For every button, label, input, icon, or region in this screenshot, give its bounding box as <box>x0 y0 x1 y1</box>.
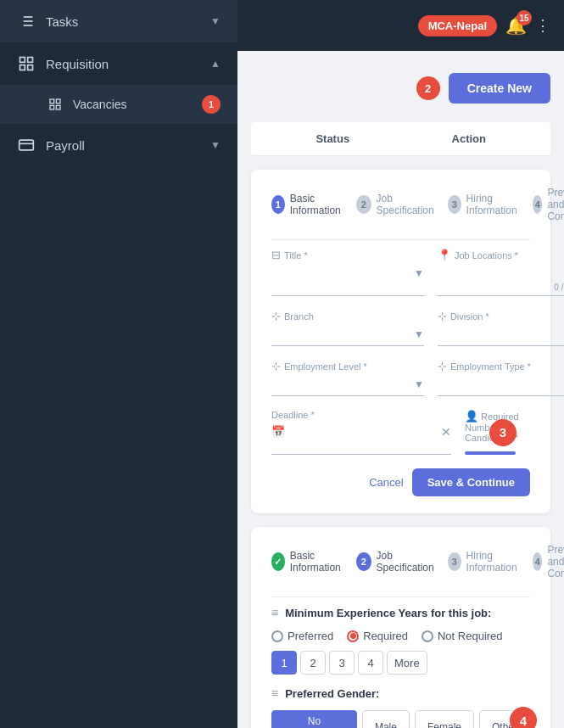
step2-2-label: Job Specification <box>377 550 438 574</box>
tasks-icon <box>17 12 36 31</box>
job-location-field: 📍 Job Locations * 0 / 255 <box>438 249 564 296</box>
job-location-input[interactable] <box>438 265 564 281</box>
employment-type-input[interactable] <box>438 376 564 392</box>
exp-num-2[interactable]: 2 <box>300 651 326 675</box>
create-new-button[interactable]: Create New <box>449 73 550 104</box>
job-specification-card: ✓ Basic Information 2 Job Specification … <box>251 527 550 728</box>
table-header: Status Action <box>251 122 550 156</box>
form-grid-row4: Deadline * 📅 2020-07-26 22:26 ✕ 👤 Requir… <box>271 410 530 455</box>
required-candidates-field: 👤 Required Number of Candidates * 3 <box>465 410 530 455</box>
radio-not-required-circle <box>422 630 433 642</box>
division-field: ⊹ Division * ▼ <box>438 310 564 346</box>
radio-preferred[interactable]: Preferred <box>271 630 333 642</box>
sidebar-item-payroll[interactable]: Payroll ▼ <box>0 124 237 166</box>
step2-3: 3 Hiring Information <box>448 550 522 574</box>
notification-button[interactable]: 🔔 15 <box>505 15 527 36</box>
job-location-label: 📍 Job Locations * <box>438 249 564 261</box>
cancel-button-1[interactable]: Cancel <box>369 476 403 489</box>
vacancies-label: Vacancies <box>73 98 127 111</box>
gender-no-preference[interactable]: No Preference <box>271 710 357 728</box>
more-options-icon[interactable]: ⋮ <box>535 16 550 35</box>
sidebar-item-requisition[interactable]: Requisition ▲ <box>0 42 237 85</box>
branch-icon: ⊹ <box>271 310 281 322</box>
svg-rect-13 <box>56 105 60 109</box>
branch-field: ⊹ Branch ▼ <box>271 310 424 346</box>
exp-num-4[interactable]: 4 <box>358 651 383 675</box>
location-icon: 📍 <box>438 249 451 261</box>
candidates-progress <box>465 451 516 455</box>
requisition-chevron: ▲ <box>210 58 221 70</box>
step-2-label: Job Specification <box>377 193 438 216</box>
step-4: 4 Preview and Complete <box>533 187 564 222</box>
step2-1-num: ✓ <box>271 552 285 571</box>
branch-input[interactable] <box>271 326 414 342</box>
status-column-header: Status <box>265 132 401 145</box>
step-4-label: Preview and Complete <box>547 187 564 222</box>
step-3: 3 Hiring Information <box>448 193 522 216</box>
payroll-label: Payroll <box>46 138 85 153</box>
radio-required[interactable]: Required <box>347 630 408 642</box>
svg-rect-12 <box>50 105 54 109</box>
stepper-1: 1 Basic Information 2 Job Specification … <box>271 187 530 222</box>
deadline-field: Deadline * 📅 2020-07-26 22:26 ✕ <box>271 410 451 455</box>
gender-male[interactable]: Male <box>362 710 410 728</box>
radio-required-dot <box>350 633 356 639</box>
radio-not-required[interactable]: Not Required <box>422 630 503 642</box>
employment-level-field: ⊹ Employment Level * ▼ <box>271 360 424 396</box>
radio-preferred-circle <box>271 630 283 642</box>
payroll-chevron: ▼ <box>210 139 221 151</box>
payroll-icon <box>17 136 36 154</box>
sidebar-item-vacancies[interactable]: Vacancies 1 <box>0 85 237 124</box>
char-count: 0 / 255 <box>438 283 564 292</box>
emp-type-icon: ⊹ <box>438 360 447 372</box>
emp-level-icon: ⊹ <box>271 360 281 372</box>
step2-4-label: Preview and Complete <box>547 544 564 580</box>
basic-information-card: 1 Basic Information 2 Job Specification … <box>251 170 550 513</box>
employment-level-label: ⊹ Employment Level * <box>271 360 424 372</box>
title-icon: ⊟ <box>271 249 281 261</box>
step2-3-num: 3 <box>448 552 461 571</box>
exp-num-more[interactable]: More <box>387 651 427 675</box>
stepper-2: ✓ Basic Information 2 Job Specification … <box>271 544 530 580</box>
gender-section-title: ≡ Preferred Gender: <box>271 686 530 700</box>
exp-num-1[interactable]: 1 <box>271 651 297 675</box>
exp-radio-group: Preferred Required Not Required <box>271 630 530 642</box>
experience-num-buttons: 1 2 3 4 More <box>271 651 530 675</box>
form-grid-row3: ⊹ Employment Level * ▼ ⊹ Employment Type… <box>271 360 530 396</box>
requisition-label: Requisition <box>46 57 109 71</box>
step2-1-label: Basic Information <box>290 550 346 574</box>
step-2: 2 Job Specification <box>356 193 438 216</box>
step-badge-4: 4 <box>510 707 537 728</box>
calendar-icon: 📅 <box>271 425 285 438</box>
people-icon: 👤 <box>465 410 478 423</box>
division-input[interactable] <box>438 326 564 342</box>
svg-rect-10 <box>50 99 54 104</box>
gender-female[interactable]: Female <box>415 710 474 728</box>
title-input[interactable] <box>271 265 414 281</box>
title-label: ⊟ Title * <box>271 249 424 261</box>
step-badge-3: 3 <box>489 419 517 446</box>
header-row: 2 Create New <box>251 64 550 112</box>
step2-1: ✓ Basic Information <box>271 550 346 574</box>
step-1-label: Basic Information <box>290 193 346 216</box>
step-3-num: 3 <box>448 195 461 214</box>
branch-chevron: ▼ <box>414 328 424 340</box>
deadline-input[interactable]: 2020-07-26 22:26 <box>292 423 434 440</box>
form-grid-row2: ⊹ Branch ▼ ⊹ Division * ▼ <box>271 310 530 346</box>
tasks-chevron: ▼ <box>210 15 221 27</box>
tasks-label: Tasks <box>46 14 78 29</box>
exp-num-3[interactable]: 3 <box>329 651 355 675</box>
step2-3-label: Hiring Information <box>466 550 523 574</box>
sidebar: Tasks ▼ Requisition ▲ Vacancies 1 Payrol… <box>0 0 237 728</box>
sidebar-item-tasks[interactable]: Tasks ▼ <box>0 0 237 42</box>
main-content: 2 Create New Status Action 1 Basic Infor… <box>237 51 564 728</box>
save-continue-button-1[interactable]: Save & Continue <box>412 468 530 496</box>
action-column-header: Action <box>401 132 538 145</box>
branch-label: ⊹ Branch <box>271 310 424 322</box>
exp-icon: ≡ <box>271 606 278 619</box>
clear-deadline-icon[interactable]: ✕ <box>441 425 451 439</box>
employment-level-input[interactable] <box>271 376 414 392</box>
form-grid-row1: ⊟ Title * ▼ 📍 Job Locations * 0 / 255 <box>271 249 530 296</box>
requisition-icon <box>17 54 36 73</box>
division-label: ⊹ Division * <box>438 310 564 322</box>
